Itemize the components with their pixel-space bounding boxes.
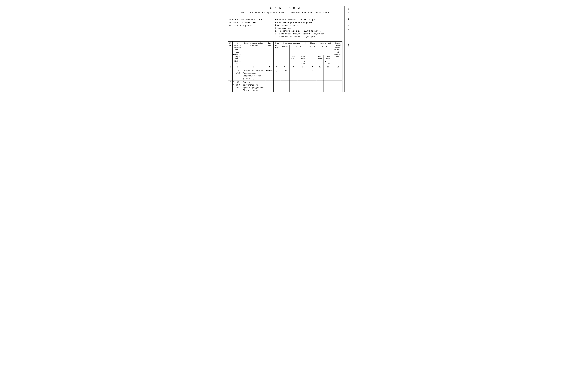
th-norm: № укрупн.сметныхнорм, ед.расценокшифрыно… bbox=[232, 42, 242, 65]
row2-unit bbox=[265, 80, 273, 92]
table-header-row: №№пп № укрупн.сметныхнорм, ед.расценокши… bbox=[228, 42, 342, 45]
th-expl-mash: Экспмашинв т.ч.з/пл bbox=[297, 55, 308, 65]
header-right-line4: Стоимость на: bbox=[275, 27, 342, 29]
row1-total-mach: – bbox=[323, 69, 333, 80]
th-cost-vtch: в т.ч. bbox=[290, 45, 308, 55]
col-num-9: 9 bbox=[308, 65, 316, 69]
column-numbers-row: 1 2 3 4 5 6 7 8 9 10 11 12 bbox=[228, 65, 342, 69]
table-row: I I-277 т.32-2 Планировка площади бульдо… bbox=[228, 69, 342, 80]
col-num-8: 8 bbox=[297, 65, 308, 69]
stamp-label-ap: А-П bbox=[348, 28, 350, 33]
row2-cost-mach bbox=[297, 80, 308, 92]
header-section: Основание: чертежи № ACI ÷ 6 Составлена … bbox=[228, 18, 342, 38]
page-subtitle: на строительство крытого пометохранилища… bbox=[228, 11, 342, 14]
th-norm-prod: Норма-тивныйуслов-но-чис-тойпродук-ции bbox=[333, 42, 342, 65]
th-qty: К-воед.изм bbox=[273, 42, 280, 65]
row2-norm-prod bbox=[333, 80, 342, 92]
col-num-12: 12 bbox=[333, 65, 342, 69]
row2-norm: I-239 т.29-4 I-240 bbox=[232, 80, 242, 92]
col-num-6: 6 bbox=[280, 65, 290, 69]
header-right: Сметная стоимость – 59,28 тыс.руб. Норма… bbox=[272, 18, 342, 38]
row2-cost-total bbox=[280, 80, 290, 92]
row2-num: 2 bbox=[228, 80, 233, 92]
header-right-line1: Сметная стоимость – 59,28 тыс.руб. bbox=[275, 18, 342, 21]
header-left-line2: Составлена в ценах 1984 г. bbox=[228, 21, 272, 24]
th-name: Наименование работи затрат bbox=[242, 42, 265, 65]
row1-num: I bbox=[228, 69, 233, 80]
col-num-5: 5 bbox=[273, 65, 280, 69]
header-left-line1: Основание: чертежи № ACI ÷ 6 bbox=[228, 18, 272, 21]
header-right-line7: 3. 1 м3 объема здания – 4,91 руб. bbox=[275, 36, 342, 38]
row1-total-sum: 3 bbox=[308, 69, 316, 80]
header-right-line3: Показатели по смете bbox=[275, 24, 342, 27]
header-right-line2: Нормативная условная продукция bbox=[275, 21, 342, 24]
th-osn-zpl: Оснз/пл bbox=[290, 55, 297, 65]
header-left-line3: для базисного района bbox=[228, 24, 272, 27]
row1-norm: I-277 т.32-2 bbox=[232, 69, 242, 80]
row2-name: Срезка растительного грунта бульдозером … bbox=[242, 80, 265, 92]
row2-total-mach bbox=[323, 80, 333, 92]
row1-total-basic: – bbox=[316, 69, 323, 80]
stamp-label-2: 880I/2 bbox=[348, 41, 350, 49]
header-right-line6: 2. 1 м2 общей площади здания – 24,10 руб… bbox=[275, 33, 342, 35]
table-row: 2 I-239 т.29-4 I-240 Срезка растительног… bbox=[228, 80, 342, 92]
row1-cost-mach: – bbox=[297, 69, 308, 80]
row1-cost-total: 1,16 bbox=[280, 69, 290, 80]
row2-total-sum bbox=[308, 80, 316, 92]
header-left: Основание: чертежи № ACI ÷ 6 Составлена … bbox=[228, 18, 272, 38]
divider-mid bbox=[228, 40, 342, 40]
th-total-vtch: в т.ч. bbox=[316, 45, 333, 55]
row1-unit: 1000м3 bbox=[265, 69, 273, 80]
row1-name: Планировка площади бульдозером мощностью… bbox=[242, 69, 265, 80]
col-num-11: 11 bbox=[323, 65, 333, 69]
col-num-10: 10 bbox=[316, 65, 323, 69]
divider-top bbox=[228, 17, 342, 17]
th-num: №№пп bbox=[228, 42, 233, 65]
row1-norm-prod: – bbox=[333, 69, 342, 80]
col-num-2: 2 bbox=[232, 65, 242, 69]
col-num-1: 1 bbox=[228, 65, 233, 69]
th-unit: Ед.изм bbox=[265, 42, 273, 65]
th-total-expl-mash: Экспмашинв т.ч.з/пл bbox=[323, 55, 333, 65]
row1-cost-basic: – bbox=[290, 69, 297, 80]
stamp-label-1: Т.П. 805-9-8-84 bbox=[348, 8, 350, 26]
th-total-osn-zpl: Оснз/пл bbox=[316, 55, 323, 65]
col-num-4: 4 bbox=[265, 65, 273, 69]
th-total-cost: Общая стоимость, руб bbox=[308, 42, 333, 45]
th-cost-total: Всего bbox=[280, 45, 290, 65]
row2-cost-basic bbox=[290, 80, 297, 92]
col-num-3: 3 bbox=[242, 65, 265, 69]
row2-qty bbox=[273, 80, 280, 92]
row2-total-basic bbox=[316, 80, 323, 92]
col-num-7: 7 bbox=[290, 65, 297, 69]
th-total-sum: Всего bbox=[308, 45, 316, 65]
th-unit-cost: Стоимость единицы, руб bbox=[280, 42, 308, 45]
row1-qty: 2,3 bbox=[273, 69, 280, 80]
page-title: С М Е Т А № 3 bbox=[228, 6, 342, 9]
header-right-line5: 1. Расчетную единицу – 16,94 тыс.руб. bbox=[275, 30, 342, 32]
main-table: №№пп № укрупн.сметныхнорм, ед.расценокши… bbox=[228, 41, 342, 92]
